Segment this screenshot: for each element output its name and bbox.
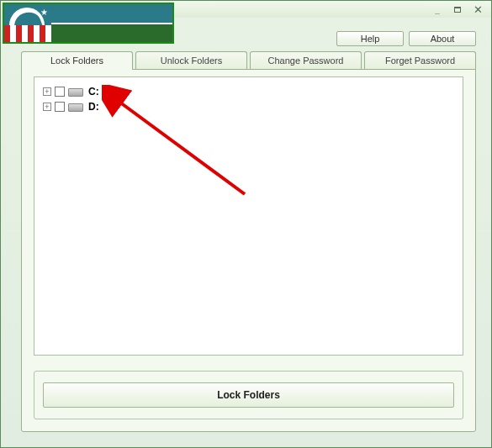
tab-change-password[interactable]: Change Password [250, 51, 362, 70]
tree-row: + D: [43, 99, 454, 114]
help-button[interactable]: Help [336, 31, 404, 46]
close-button[interactable]: ✕ [469, 3, 486, 15]
tab-bar: Lock Folders Unlock Folders Change Passw… [21, 51, 476, 70]
app-window: _ ✕ ★ Help About Lock Folders Unlock Fol… [0, 0, 492, 448]
expand-icon[interactable]: + [43, 103, 51, 111]
drive-label[interactable]: D: [88, 101, 99, 113]
drive-tree: + C: + D: [34, 77, 463, 121]
expand-icon[interactable]: + [43, 87, 51, 96]
minimize-button[interactable]: _ [429, 3, 446, 15]
action-area: Lock Folders [34, 371, 463, 419]
about-button[interactable]: About [409, 31, 476, 46]
content-panel: + C: + D: Lock Folders [21, 69, 476, 432]
drive-label[interactable]: C: [88, 86, 99, 98]
app-logo: ★ [3, 3, 174, 44]
tab-lock-folders[interactable]: Lock Folders [21, 51, 133, 70]
logo-icon: ★ [4, 4, 51, 42]
tab-forget-password[interactable]: Forget Password [364, 51, 476, 70]
toolbar: Help About [336, 31, 476, 46]
tab-unlock-folders[interactable]: Unlock Folders [135, 51, 247, 70]
lock-folders-button[interactable]: Lock Folders [43, 382, 454, 408]
maximize-button[interactable] [449, 3, 466, 15]
drive-checkbox[interactable] [55, 102, 65, 112]
drive-icon [68, 102, 83, 112]
drive-checkbox[interactable] [55, 87, 65, 97]
drive-icon [68, 87, 83, 97]
tree-row: + C: [43, 84, 454, 99]
drive-tree-panel: + C: + D: [34, 76, 463, 356]
